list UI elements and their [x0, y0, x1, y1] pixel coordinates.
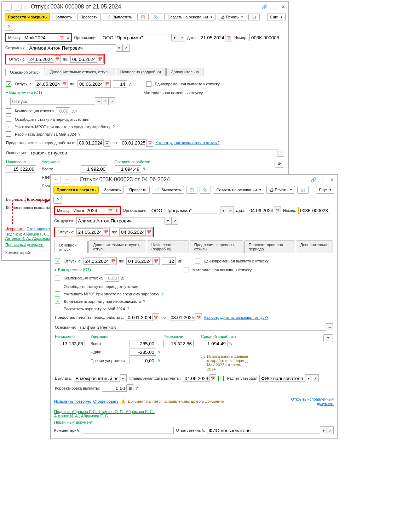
payout-input[interactable] — [74, 375, 120, 382]
more-button[interactable]: Еще — [316, 186, 334, 194]
report-button[interactable]: 📊 — [297, 186, 309, 194]
open-fixed-link[interactable]: Открыть исправленный документ — [284, 397, 334, 406]
nav-back[interactable]: ← — [4, 3, 12, 11]
refresh-button[interactable]: ⟳ — [275, 160, 284, 168]
basis-input[interactable] — [29, 149, 277, 156]
refresh-button[interactable]: ⟳ — [323, 334, 333, 342]
donach-checkbox[interactable] — [55, 299, 60, 304]
tab-detail[interactable]: Начислено (подробно) — [147, 240, 189, 253]
calc-checkbox[interactable] — [55, 306, 60, 311]
attach-button[interactable]: 📎 — [200, 186, 211, 194]
pencil-icon[interactable]: ✎ — [157, 350, 161, 355]
calc-checkbox[interactable] — [6, 131, 11, 137]
pencil-icon[interactable]: ✎ — [229, 341, 232, 346]
comp-checkbox[interactable] — [55, 276, 60, 281]
fix-link[interactable]: Исправить — [5, 227, 24, 231]
star-icon[interactable]: ☆ — [73, 176, 77, 183]
nav-fwd[interactable]: → — [63, 176, 70, 183]
print-button[interactable]: 🖨Печать — [218, 13, 246, 21]
month-input[interactable] — [72, 207, 107, 214]
mrot-checkbox[interactable] — [55, 291, 60, 296]
dropdown-icon[interactable]: ▾ — [305, 374, 312, 382]
how-used-link[interactable]: Как сотрудник использовал отпуск? — [155, 141, 219, 145]
help-icon[interactable]: ? — [143, 299, 145, 304]
dropdown-icon[interactable]: ▾ — [320, 426, 327, 434]
star-icon[interactable]: ☆ — [24, 4, 29, 10]
other-input[interactable] — [130, 357, 156, 364]
lump-checkbox[interactable] — [146, 81, 151, 87]
help-icon[interactable]: ? — [136, 386, 138, 390]
corr-input[interactable] — [102, 385, 127, 392]
calendar-icon[interactable]: 📅 — [209, 374, 216, 382]
help-icon[interactable]: ? — [161, 292, 163, 296]
pencil-icon[interactable]: ✎ — [143, 167, 146, 171]
tab-more[interactable]: Дополнительно — [296, 240, 333, 253]
calendar-icon[interactable]: 📅 — [225, 34, 232, 41]
close-icon[interactable]: ✕ — [329, 176, 335, 183]
tab-extra[interactable]: Дополнительные отпуска, отгулы — [88, 240, 146, 253]
total-input[interactable] — [130, 340, 156, 347]
ndfl-input[interactable] — [130, 349, 156, 356]
dropdown-icon[interactable]: ▾ — [165, 217, 172, 225]
fix-again-link[interactable]: Исправить повторно — [54, 399, 91, 403]
link-icon[interactable]: 🔗 — [261, 4, 268, 10]
link-icon[interactable]: 🔗 — [310, 176, 317, 183]
vac-to-input[interactable] — [70, 56, 97, 63]
post-button[interactable]: Провести — [126, 186, 150, 194]
calendar-icon[interactable]: 📅 — [54, 55, 61, 63]
sigs2-link[interactable]: Антонов И. А., Абрамова Е. С. — [54, 414, 109, 418]
calendar-icon[interactable]: 📅 — [104, 80, 111, 88]
po-input[interactable] — [126, 257, 153, 265]
vac-checkbox[interactable] — [6, 81, 11, 87]
tab-detail[interactable]: Начислено (подробно) — [116, 68, 166, 76]
vac-checkbox[interactable] — [55, 259, 60, 264]
basis-input[interactable] — [78, 324, 326, 331]
tab-more[interactable]: Дополнительно — [166, 68, 203, 76]
free-checkbox[interactable] — [55, 284, 60, 289]
calendar-icon[interactable]: 📅 — [195, 313, 202, 321]
help-icon[interactable]: ? — [113, 125, 115, 129]
time-type-link[interactable]: ▾ Вид времени (ОТ) — [6, 90, 42, 95]
mat-checkbox[interactable] — [135, 90, 140, 95]
comp-input[interactable] — [56, 107, 70, 114]
storno-link[interactable]: Сторнировать — [93, 399, 119, 403]
s-input[interactable] — [84, 257, 110, 265]
free-checkbox[interactable] — [6, 117, 11, 122]
calendar-icon[interactable]: 📅 — [153, 313, 159, 321]
pay-button[interactable]: 📄Выплатить — [103, 13, 135, 21]
spinner-icon[interactable]: ⇕ — [65, 34, 71, 41]
post-close-button[interactable]: Провести и закрыть — [5, 13, 50, 21]
planned-input[interactable] — [183, 375, 209, 382]
sigs-link[interactable]: Подписи: Абрамов Г. С., Цветков О. П., А… — [54, 409, 155, 414]
period-from[interactable] — [77, 139, 104, 146]
more-icon[interactable]: ⋯ — [277, 149, 284, 157]
calendar-icon[interactable]: 📅 — [146, 139, 153, 147]
how-used-link[interactable]: Как сотрудник использовал отпуск? — [204, 315, 268, 319]
more-icon[interactable]: ⋯ — [95, 97, 102, 105]
date-input[interactable] — [199, 34, 225, 41]
avg-input[interactable] — [201, 340, 228, 347]
open-icon[interactable]: ↗ — [109, 97, 115, 105]
calendar-icon[interactable]: 📅 — [153, 257, 160, 265]
employee-input[interactable] — [28, 44, 116, 51]
period-to[interactable] — [169, 314, 195, 321]
lump-checkbox[interactable] — [195, 259, 200, 264]
calendar-icon[interactable]: 📅 — [110, 257, 117, 265]
number-input[interactable] — [298, 207, 330, 214]
open-icon[interactable]: ↗ — [123, 44, 130, 52]
spinner-icon[interactable]: ⇕ — [114, 207, 120, 214]
accrued-input[interactable] — [55, 340, 85, 347]
open-icon[interactable]: ↗ — [312, 374, 319, 382]
help-button[interactable]: ? — [53, 196, 62, 204]
doc-button[interactable]: 📋 — [186, 186, 197, 194]
calendar-icon[interactable]: 📅 — [58, 34, 65, 41]
tab-recalc[interactable]: Пересчет прошлого периода — [244, 240, 295, 253]
tab-main[interactable]: Основной отпуск — [54, 241, 88, 253]
period-from[interactable] — [126, 314, 153, 321]
s-input[interactable] — [35, 80, 61, 87]
primary-link[interactable]: Первичный документ — [5, 243, 44, 247]
pay-button[interactable]: 📄Выплатить — [152, 186, 184, 194]
sigs-link[interactable]: Подписи: Абрамов Г. С., Цв — [5, 232, 55, 236]
open-icon[interactable]: ↗ — [178, 34, 185, 41]
dropdown-icon[interactable]: ▾ — [172, 34, 178, 41]
